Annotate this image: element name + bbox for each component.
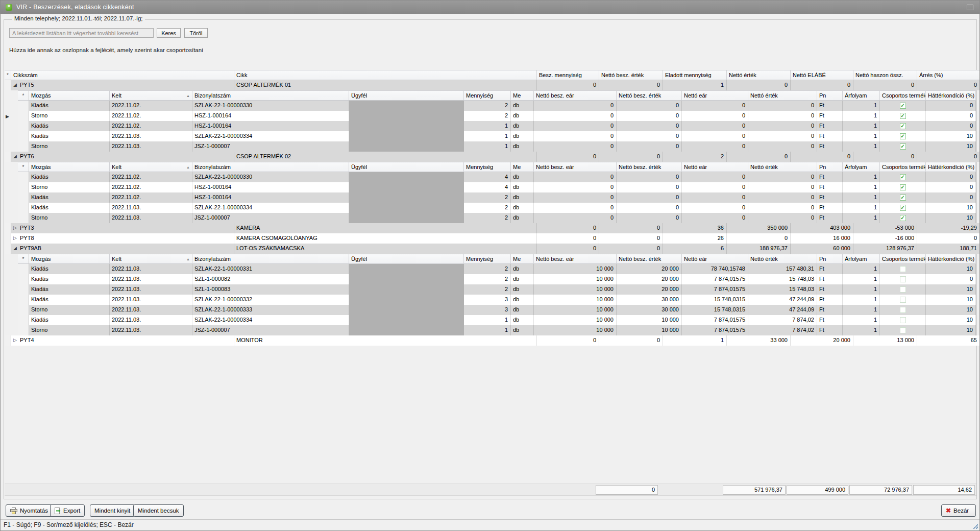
column-header-cikksz-m[interactable]: Cikkszám xyxy=(11,70,234,80)
detail-column-header-csoportos-term-k[interactable]: Csoportos termék xyxy=(880,254,926,264)
detail-column-header-pn[interactable]: Pn xyxy=(817,254,843,264)
detail-column-header-nett-besz-rt-k[interactable]: Nettó besz. érték xyxy=(617,162,682,172)
detail-row[interactable]: Kiadás2022.11.03.SZLAK-22-1-000003341db0… xyxy=(18,131,976,141)
checkbox-unchecked-icon[interactable] xyxy=(900,327,906,333)
detail-column-header-me[interactable]: Me xyxy=(511,162,534,172)
column-header-nett-rt-k[interactable]: Nettó érték xyxy=(727,70,791,80)
checkbox-unchecked-icon[interactable] xyxy=(900,307,906,313)
detail-row[interactable]: Storno2022.11.03.SZLAK-22-1-000003333db1… xyxy=(18,305,976,315)
checkbox-checked-icon[interactable]: ✓ xyxy=(900,113,906,119)
detail-column-header-mozg-s[interactable]: Mozgás xyxy=(29,254,110,264)
collapse-group-icon[interactable]: ◢ xyxy=(13,152,20,161)
detail-row[interactable]: Kiadás2022.11.03.SZLAK-22-1-000003341db1… xyxy=(18,315,976,325)
expand-all-button[interactable]: Mindent kinyit xyxy=(90,504,135,517)
group-row-pyt8[interactable]: ▷PYT8KAMERA CSOMAGOLÓANYAG0026016 000-16… xyxy=(5,233,976,244)
detail-column-header-csoportos-term-k[interactable]: Csoportos termék xyxy=(880,90,926,101)
column-header-nett-haszon-ssz[interactable]: Nettó haszon össz. xyxy=(853,70,917,80)
detail-column-header-rfolyam[interactable]: Árfolyam xyxy=(843,254,880,264)
detail-column-header-nett-rt-k[interactable]: Nettó érték xyxy=(748,162,817,172)
expand-group-icon[interactable]: ▷ xyxy=(13,335,20,345)
detail-column-header-h-tt-rkond-ci[interactable]: Háttérkondíció (%) xyxy=(926,90,976,101)
checkbox-checked-icon[interactable]: ✓ xyxy=(900,143,906,150)
detail-column-header-bizonylatsz-m[interactable]: Bizonylatszám xyxy=(192,254,349,264)
column-header-cikk[interactable]: Cikk xyxy=(234,70,537,80)
checkbox-checked-icon[interactable]: ✓ xyxy=(900,184,906,190)
detail-column-header-gyf-l[interactable]: Ügyfél xyxy=(349,162,464,172)
detail-row[interactable]: Kiadás2022.11.03.SZLAK-22-1-000003312db1… xyxy=(18,264,976,274)
group-row-pyt9ab[interactable]: ◢PYT9ABLOT-OS ZSÁKBAMACSKA006188 976,376… xyxy=(5,244,976,254)
detail-column-header-nett-besz-e-r[interactable]: Nettó besz. eár xyxy=(534,254,617,264)
detail-row[interactable]: Storno2022.11.03.JSZ-1-0000071db0000Ft1✓… xyxy=(18,141,976,152)
detail-column-header-h-tt-rkond-ci[interactable]: Háttérkondíció (%) xyxy=(926,162,976,172)
detail-row[interactable]: Storno2022.11.02.HSZ-1-0001644db0000Ft1✓… xyxy=(18,182,976,192)
checkbox-checked-icon[interactable]: ✓ xyxy=(900,195,906,201)
detail-column-header-bizonylatsz-m[interactable]: Bizonylatszám xyxy=(192,90,349,101)
detail-row[interactable]: Kiadás2022.11.02.HSZ-1-0001641db0000Ft1✓… xyxy=(18,121,976,131)
collapse-group-icon[interactable]: ◢ xyxy=(13,244,20,253)
detail-column-header-mennyis-g[interactable]: Mennyiség xyxy=(464,254,511,264)
detail-column-header-me[interactable]: Me xyxy=(511,90,534,101)
checkbox-checked-icon[interactable]: ✓ xyxy=(900,133,906,139)
detail-row[interactable]: Storno2022.11.02.HSZ-1-0001642db0000Ft1✓… xyxy=(18,111,976,121)
detail-column-header-mennyis-g[interactable]: Mennyiség xyxy=(464,90,511,101)
detail-column-header-pn[interactable]: Pn xyxy=(817,90,843,101)
detail-column-header-me[interactable]: Me xyxy=(511,254,534,264)
checkbox-unchecked-icon[interactable] xyxy=(900,286,906,293)
print-button[interactable]: Nyomtatás xyxy=(6,504,53,517)
group-row-pyt3[interactable]: ▷PYT3KAMERA0036350 000403 000-53 000-19,… xyxy=(5,223,976,233)
detail-column-header-rfolyam[interactable]: Árfolyam xyxy=(843,90,880,101)
expand-group-icon[interactable]: ▷ xyxy=(13,233,20,243)
detail-row[interactable]: Kiadás2022.11.02.SZLAK-22-1-000003302db0… xyxy=(18,101,976,111)
detail-column-header-mennyis-g[interactable]: Mennyiség xyxy=(464,162,511,172)
column-header-nett-el-b[interactable]: Nettó ELÁBÉ xyxy=(791,70,853,80)
column-header-rr-s[interactable]: Árrés (%) xyxy=(917,70,980,80)
detail-row[interactable]: Kiadás2022.11.03.SZL-1-0000832db10 00020… xyxy=(18,284,976,295)
search-button[interactable]: Keres xyxy=(157,28,181,38)
checkbox-unchecked-icon[interactable] xyxy=(900,276,906,282)
detail-row[interactable]: Storno2022.11.03.JSZ-1-0000071db10 00010… xyxy=(18,325,976,335)
detail-column-header-nett-rt-k[interactable]: Nettó érték xyxy=(748,90,817,101)
export-button[interactable]: Export xyxy=(50,504,85,517)
group-row-pyt4[interactable]: ▷PYT4MONITOR00133 00020 00013 00065 xyxy=(5,335,976,346)
detail-column-header-mozg-s[interactable]: Mozgás xyxy=(29,162,110,172)
detail-column-header-nett-besz-rt-k[interactable]: Nettó besz. érték xyxy=(617,90,682,101)
checkbox-checked-icon[interactable]: ✓ xyxy=(900,123,906,129)
checkbox-unchecked-icon[interactable] xyxy=(900,317,906,323)
detail-row[interactable]: Kiadás2022.11.02.HSZ-1-0001642db0000Ft1✓… xyxy=(18,192,976,203)
close-button[interactable]: ✖ Bezár xyxy=(941,504,976,517)
detail-column-header-nett-rt-k[interactable]: Nettó érték xyxy=(748,254,817,264)
checkbox-unchecked-icon[interactable] xyxy=(900,297,906,303)
detail-column-header-mozg-s[interactable]: Mozgás xyxy=(29,90,110,101)
detail-column-header-nett-e-r[interactable]: Nettó eár xyxy=(682,162,748,172)
detail-row[interactable]: Kiadás2022.11.03.SZLAK-22-1-000003323db1… xyxy=(18,295,976,305)
detail-column-header-bizonylatsz-m[interactable]: Bizonylatszám xyxy=(192,162,349,172)
restore-window-icon[interactable] xyxy=(967,5,973,10)
group-row-pyt5[interactable]: ◢PYT5CSOP ALTERMÉK 010010000 xyxy=(5,80,976,90)
group-row-pyt6[interactable]: ◢PYT6CSOP ALTERMÉK 020020000 xyxy=(5,152,976,162)
title-bar[interactable]: * VIR - Beszerzések, eladások cikkenként xyxy=(1,1,979,14)
resize-grip[interactable] xyxy=(973,524,978,529)
column-header-nett-besz-rt-k[interactable]: Nettó besz. érték xyxy=(599,70,663,80)
detail-row[interactable]: Storno2022.11.03.JSZ-1-0000072db0000Ft1✓… xyxy=(18,213,976,223)
checkbox-unchecked-icon[interactable] xyxy=(900,266,906,272)
detail-column-header-csoportos-term-k[interactable]: Csoportos termék xyxy=(880,162,926,172)
detail-column-header-nett-besz-e-r[interactable]: Nettó besz. eár xyxy=(534,90,617,101)
detail-column-header-nett-besz-e-r[interactable]: Nettó besz. eár xyxy=(534,162,617,172)
detail-row[interactable]: Kiadás2022.11.03.SZLAK-22-1-000003342db0… xyxy=(18,203,976,213)
detail-column-header-gyf-l[interactable]: Ügyfél xyxy=(349,90,464,101)
checkbox-checked-icon[interactable]: ✓ xyxy=(900,174,906,180)
expand-group-icon[interactable]: ▷ xyxy=(13,223,20,233)
detail-column-header-pn[interactable]: Pn xyxy=(817,162,843,172)
detail-column-header-kelt[interactable]: Kelt▲ xyxy=(110,90,192,101)
detail-column-header-nett-e-r[interactable]: Nettó eár xyxy=(682,90,748,101)
detail-column-header-kelt[interactable]: Kelt▲ xyxy=(110,254,192,264)
checkbox-checked-icon[interactable]: ✓ xyxy=(900,205,906,211)
detail-row[interactable]: Kiadás2022.11.03.SZL-1-0000822db10 00020… xyxy=(18,274,976,284)
column-header-besz-mennyis-g[interactable]: Besz. mennyiség xyxy=(537,70,599,80)
column-header-eladott-mennyis-g[interactable]: Eladott mennyiség xyxy=(663,70,727,80)
collapse-all-button[interactable]: Mindent becsuk xyxy=(133,504,184,517)
detail-column-header-rfolyam[interactable]: Árfolyam xyxy=(843,162,880,172)
clear-search-button[interactable]: Töröl xyxy=(184,28,208,38)
detail-column-header-nett-e-r[interactable]: Nettó eár xyxy=(682,254,748,264)
detail-column-header-h-tt-rkond-ci[interactable]: Háttérkondíció (%) xyxy=(926,254,976,264)
